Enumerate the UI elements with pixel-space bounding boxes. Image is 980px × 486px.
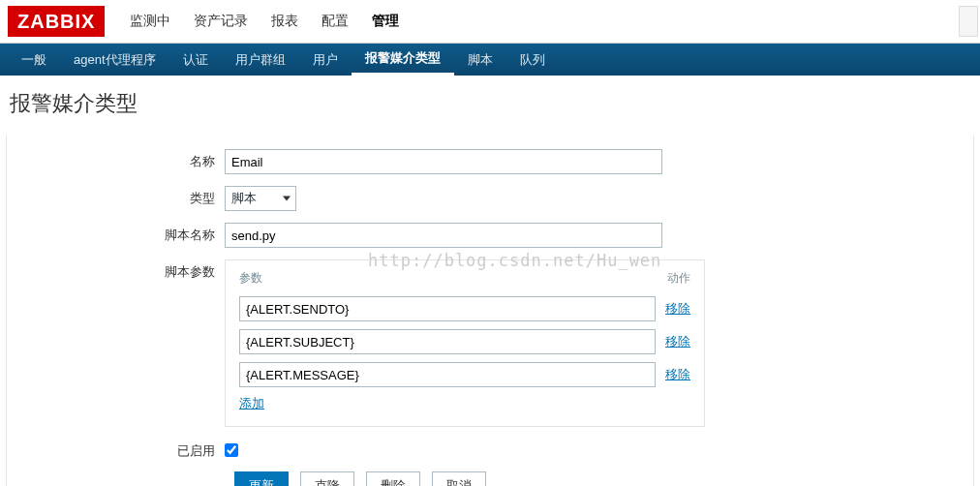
param-row: 移除 bbox=[239, 329, 690, 354]
params-header-parameters: 参数 bbox=[239, 270, 262, 287]
params-header-action: 动作 bbox=[667, 270, 690, 287]
sub-nav: 一般 agent代理程序 认证 用户群组 用户 报警媒介类型 脚本 队列 bbox=[0, 44, 980, 76]
subnav-user-groups[interactable]: 用户群组 bbox=[222, 44, 299, 76]
param-input-1[interactable] bbox=[239, 329, 656, 354]
name-input[interactable] bbox=[225, 149, 662, 174]
cancel-button[interactable]: 取消 bbox=[432, 471, 486, 486]
header-right-box bbox=[959, 6, 978, 37]
param-row: 移除 bbox=[239, 362, 690, 387]
enabled-checkbox[interactable] bbox=[225, 443, 238, 457]
type-label: 类型 bbox=[7, 186, 225, 207]
button-row: 更新 克隆 删除 取消 bbox=[234, 471, 973, 486]
subnav-general[interactable]: 一般 bbox=[8, 44, 60, 76]
topnav-monitoring[interactable]: 监测中 bbox=[118, 0, 182, 43]
topnav-inventory[interactable]: 资产记录 bbox=[182, 0, 260, 43]
subnav-media-types[interactable]: 报警媒介类型 bbox=[352, 44, 454, 76]
enabled-label: 已启用 bbox=[7, 439, 225, 460]
topnav-reports[interactable]: 报表 bbox=[260, 0, 310, 43]
subnav-queue[interactable]: 队列 bbox=[506, 44, 559, 76]
topnav-administration[interactable]: 管理 bbox=[360, 0, 411, 43]
param-remove-1[interactable]: 移除 bbox=[665, 333, 690, 350]
top-nav: 监测中 资产记录 报表 配置 管理 bbox=[118, 0, 411, 43]
script-name-label: 脚本名称 bbox=[7, 223, 225, 244]
subnav-authentication[interactable]: 认证 bbox=[169, 44, 222, 76]
param-add-link[interactable]: 添加 bbox=[239, 396, 264, 410]
form-panel: 名称 类型 脚本 脚本名称 脚本参数 参数 动作 bbox=[6, 136, 974, 486]
page-title: 报警媒介类型 bbox=[0, 76, 980, 136]
subnav-proxies[interactable]: agent代理程序 bbox=[60, 44, 169, 76]
top-bar: ZABBIX 监测中 资产记录 报表 配置 管理 bbox=[0, 0, 980, 44]
logo: ZABBIX bbox=[8, 6, 105, 37]
param-remove-2[interactable]: 移除 bbox=[665, 366, 690, 383]
script-params-label: 脚本参数 bbox=[7, 259, 225, 281]
clone-button[interactable]: 克隆 bbox=[300, 471, 354, 486]
type-select[interactable]: 脚本 bbox=[225, 186, 296, 211]
delete-button[interactable]: 删除 bbox=[366, 471, 420, 486]
params-box: 参数 动作 移除 移除 移除 添加 bbox=[225, 259, 705, 427]
subnav-scripts[interactable]: 脚本 bbox=[454, 44, 506, 76]
update-button[interactable]: 更新 bbox=[234, 471, 289, 486]
param-input-2[interactable] bbox=[239, 362, 656, 387]
subnav-users[interactable]: 用户 bbox=[299, 44, 352, 76]
type-select-value: 脚本 bbox=[231, 190, 257, 207]
param-row: 移除 bbox=[239, 296, 690, 321]
name-label: 名称 bbox=[7, 149, 225, 170]
topnav-configuration[interactable]: 配置 bbox=[310, 0, 360, 43]
script-name-input[interactable] bbox=[225, 223, 662, 248]
chevron-down-icon bbox=[283, 197, 291, 201]
param-input-0[interactable] bbox=[239, 296, 656, 321]
param-remove-0[interactable]: 移除 bbox=[665, 300, 690, 318]
